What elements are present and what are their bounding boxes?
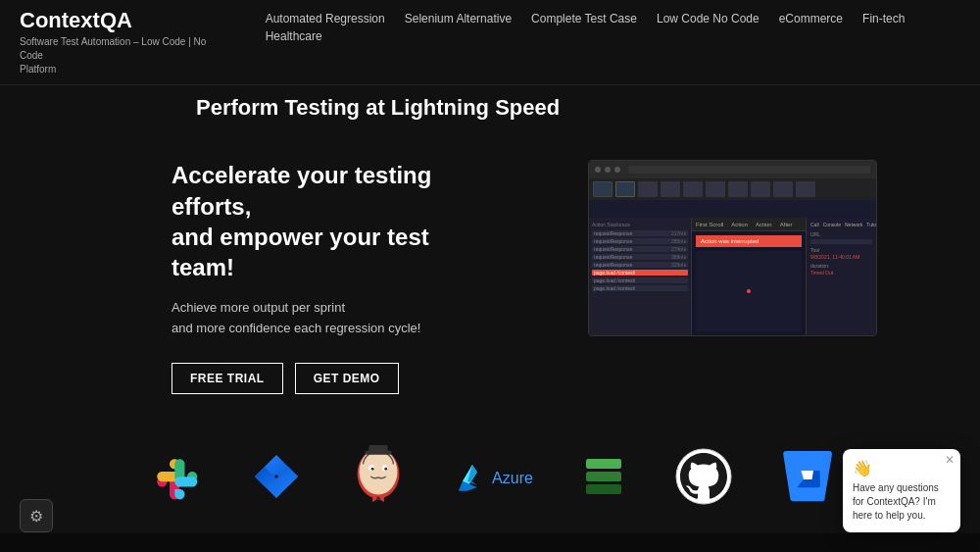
detail-tabs: First Scroll Action Action After (692, 218, 806, 231)
brand-name[interactable]: ContextQA (20, 8, 226, 33)
brand: ContextQA Software Test Automation – Low… (20, 8, 226, 76)
header: ContextQA Software Test Automation – Low… (0, 0, 980, 85)
chat-widget[interactable]: ✕ 👋 Have any questions for ContextQA? I'… (843, 449, 960, 532)
thumb-8 (751, 181, 770, 197)
log-row-active: page.load /context/ (592, 270, 688, 276)
svg-rect-11 (586, 459, 621, 469)
thumb-7 (728, 181, 748, 197)
right-tabs: Call Console Network Tutorial (810, 222, 872, 227)
log-row-2: requestResponse285ms (592, 238, 688, 244)
thumbnail-row (589, 178, 876, 200)
svg-point-5 (384, 468, 387, 471)
nav-fin-tech[interactable]: Fin-tech (862, 12, 905, 25)
jira-logo (251, 451, 302, 506)
right-content: Action Stacktrace requestResponse217ms r… (505, 160, 960, 336)
tab-tutorial[interactable]: Tutorial (866, 222, 877, 227)
main-nav: Automated Regression Selenium Alternativ… (266, 8, 960, 43)
middle-area: First Scroll Action Action After Action … (692, 218, 806, 335)
github-logo (674, 447, 733, 510)
info-label-duration: duration: (810, 263, 872, 269)
azure-text: Azure (492, 470, 533, 487)
chat-message: Have any questions for ContextQA? I'm he… (853, 481, 951, 523)
logs-header: Action Stacktrace (592, 222, 688, 227)
svg-point-4 (371, 468, 374, 471)
app-screenshot: Action Stacktrace requestResponse217ms r… (588, 160, 877, 336)
address-bar (628, 166, 870, 174)
screenshot-toolbar (589, 161, 876, 178)
tab-action[interactable]: Action (731, 222, 748, 227)
svg-rect-13 (586, 484, 621, 494)
log-row-5: requestResponse325ms (592, 262, 688, 268)
nav-complete-test-case[interactable]: Complete Test Case (531, 12, 637, 25)
logs-panel: Action Stacktrace requestResponse217ms r… (589, 218, 692, 335)
tab-after[interactable]: After (780, 222, 793, 227)
log-row-4: requestResponse388ms (592, 254, 688, 260)
slack-logo (147, 449, 202, 508)
hero-title-bar: Perform Testing at Lightning Speed (0, 85, 980, 130)
free-trial-button[interactable]: FREE TRIAL (172, 363, 283, 394)
nav-ecommerce[interactable]: eCommerce (779, 12, 843, 25)
thumb-4 (661, 181, 680, 197)
info-url-value (810, 239, 872, 244)
tab-call[interactable]: Call (810, 222, 819, 227)
settings-icon: ⚙ (29, 507, 43, 526)
log-row-1: requestResponse217ms (592, 230, 688, 236)
left-content: Accelerate your testing efforts,and empo… (172, 160, 466, 393)
thumb-3 (638, 181, 658, 197)
get-demo-button[interactable]: GET DEMO (295, 363, 399, 394)
hero-title: Perform Testing at Lightning Speed (196, 95, 960, 121)
info-label-url: URL (810, 231, 872, 237)
toolbar-dot-1 (595, 167, 601, 173)
error-message: Action was interrupted (696, 235, 802, 247)
tab-action2[interactable]: Action (756, 222, 772, 227)
toolbar-dot-2 (605, 167, 611, 173)
toolbar-dot-3 (614, 167, 620, 173)
tab-first-scroll[interactable]: First Scroll (696, 222, 723, 227)
chat-close-button[interactable]: ✕ (945, 453, 955, 467)
brand-tagline: Software Test Automation – Low Code | No… (20, 35, 226, 76)
main-content: Accelerate your testing efforts,and empo… (0, 130, 980, 423)
info-duration: Timed Out (810, 270, 872, 276)
nav-healthcare[interactable]: Healthcare (266, 29, 322, 43)
log-row-3: requestResponse274ms (592, 246, 688, 252)
info-label-tool: Tool (810, 247, 872, 253)
azure-logo: Azure (455, 463, 533, 494)
chat-wave-icon: 👋 (853, 459, 951, 477)
cta-buttons: FREE TRIAL GET DEMO (172, 363, 466, 394)
logos-section: Azure (0, 424, 980, 533)
jenkins-logo (351, 443, 406, 514)
headline: Accelerate your testing efforts,and empo… (172, 160, 466, 282)
settings-button[interactable]: ⚙ (20, 499, 53, 532)
tab-console[interactable]: Console (823, 222, 841, 227)
azure-icon (455, 463, 486, 494)
thumb-5 (683, 181, 703, 197)
svg-rect-7 (368, 445, 387, 453)
preview-area (696, 251, 802, 331)
svg-point-10 (376, 496, 380, 500)
bitbucket-logo (782, 447, 833, 510)
subtext: Achieve more output per sprintand more c… (172, 298, 466, 339)
tab-network[interactable]: Network (845, 222, 862, 227)
nav-automated-regression[interactable]: Automated Regression (266, 12, 385, 25)
error-dot (747, 289, 751, 293)
screenshot-body: Action Stacktrace requestResponse217ms r… (589, 178, 876, 335)
thumb-10 (796, 181, 815, 197)
stackify-logo (582, 455, 625, 502)
thumb-9 (773, 181, 793, 197)
thumb-2 (615, 181, 635, 197)
svg-point-1 (360, 449, 398, 495)
right-info-panel: Call Console Network Tutorial URL Tool 9… (806, 218, 876, 335)
svg-rect-12 (586, 472, 621, 481)
log-row-7: page.load /context/ (592, 285, 688, 291)
thumb-6 (706, 181, 725, 197)
nav-low-code-no-code[interactable]: Low Code No Code (657, 12, 760, 25)
nav-selenium-alternative[interactable]: Selenium Alternative (405, 12, 512, 25)
log-row-6: page.load /context/ (592, 277, 688, 283)
info-end-time: 9/8/2021, 11:40:01 AM (810, 254, 872, 260)
thumb-1 (593, 181, 612, 197)
